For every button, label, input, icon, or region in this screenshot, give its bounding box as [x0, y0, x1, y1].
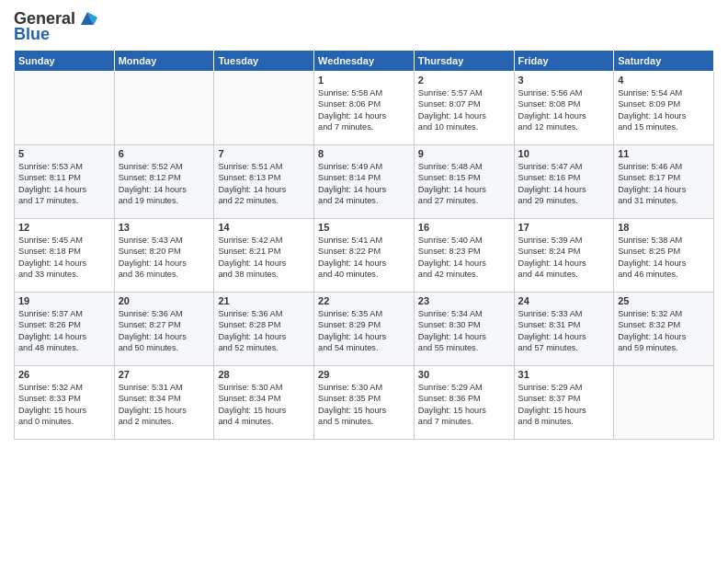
calendar-cell	[15, 72, 115, 145]
day-number: 3	[518, 75, 610, 86]
day-number: 31	[518, 369, 610, 380]
weekday-sunday: Sunday	[15, 51, 115, 72]
day-detail: Sunrise: 5:48 AM Sunset: 8:15 PM Dayligh…	[418, 161, 510, 207]
weekday-tuesday: Tuesday	[214, 51, 314, 72]
weekday-monday: Monday	[114, 51, 214, 72]
day-number: 10	[518, 148, 610, 159]
day-detail: Sunrise: 5:53 AM Sunset: 8:11 PM Dayligh…	[18, 161, 110, 207]
day-detail: Sunrise: 5:41 AM Sunset: 8:22 PM Dayligh…	[318, 235, 410, 281]
day-number: 28	[218, 369, 310, 380]
day-number: 24	[518, 295, 610, 306]
calendar-cell: 2Sunrise: 5:57 AM Sunset: 8:07 PM Daylig…	[414, 72, 514, 145]
calendar-cell: 27Sunrise: 5:31 AM Sunset: 8:34 PM Dayli…	[114, 366, 214, 440]
day-detail: Sunrise: 5:51 AM Sunset: 8:13 PM Dayligh…	[218, 161, 310, 207]
day-number: 5	[18, 148, 110, 159]
calendar-cell: 22Sunrise: 5:35 AM Sunset: 8:29 PM Dayli…	[314, 293, 415, 366]
day-detail: Sunrise: 5:39 AM Sunset: 8:24 PM Dayligh…	[518, 235, 610, 281]
calendar-table: SundayMondayTuesdayWednesdayThursdayFrid…	[14, 50, 714, 440]
day-detail: Sunrise: 5:36 AM Sunset: 8:28 PM Dayligh…	[218, 308, 310, 354]
calendar-week-1: 1Sunrise: 5:58 AM Sunset: 8:06 PM Daylig…	[15, 72, 714, 145]
day-number: 18	[618, 222, 710, 233]
calendar-cell: 7Sunrise: 5:51 AM Sunset: 8:13 PM Daylig…	[214, 145, 314, 219]
logo: General Blue	[14, 9, 97, 44]
day-detail: Sunrise: 5:33 AM Sunset: 8:31 PM Dayligh…	[518, 308, 610, 354]
calendar-cell	[614, 366, 714, 440]
logo-icon	[77, 8, 97, 29]
calendar-header: SundayMondayTuesdayWednesdayThursdayFrid…	[15, 51, 714, 72]
day-number: 15	[318, 222, 410, 233]
calendar-cell: 20Sunrise: 5:36 AM Sunset: 8:27 PM Dayli…	[114, 293, 214, 366]
calendar-cell: 19Sunrise: 5:37 AM Sunset: 8:26 PM Dayli…	[15, 293, 115, 366]
weekday-header-row: SundayMondayTuesdayWednesdayThursdayFrid…	[15, 51, 714, 72]
day-number: 20	[119, 295, 210, 306]
day-detail: Sunrise: 5:35 AM Sunset: 8:29 PM Dayligh…	[318, 308, 410, 354]
day-number: 7	[218, 148, 310, 159]
day-number: 11	[618, 148, 710, 159]
calendar-cell: 13Sunrise: 5:43 AM Sunset: 8:20 PM Dayli…	[114, 219, 214, 293]
day-detail: Sunrise: 5:38 AM Sunset: 8:25 PM Dayligh…	[618, 235, 710, 281]
calendar-cell	[214, 72, 314, 145]
day-detail: Sunrise: 5:52 AM Sunset: 8:12 PM Dayligh…	[119, 161, 210, 207]
day-number: 16	[418, 222, 510, 233]
day-number: 22	[318, 295, 410, 306]
calendar-cell: 29Sunrise: 5:30 AM Sunset: 8:35 PM Dayli…	[314, 366, 415, 440]
weekday-thursday: Thursday	[414, 51, 514, 72]
day-detail: Sunrise: 5:43 AM Sunset: 8:20 PM Dayligh…	[119, 235, 210, 281]
calendar-week-2: 5Sunrise: 5:53 AM Sunset: 8:11 PM Daylig…	[15, 145, 714, 219]
day-detail: Sunrise: 5:58 AM Sunset: 8:06 PM Dayligh…	[318, 87, 410, 133]
calendar-cell: 1Sunrise: 5:58 AM Sunset: 8:06 PM Daylig…	[314, 72, 415, 145]
calendar-cell: 4Sunrise: 5:54 AM Sunset: 8:09 PM Daylig…	[614, 72, 714, 145]
calendar-cell: 28Sunrise: 5:30 AM Sunset: 8:34 PM Dayli…	[214, 366, 314, 440]
day-number: 12	[18, 222, 110, 233]
calendar-cell: 8Sunrise: 5:49 AM Sunset: 8:14 PM Daylig…	[314, 145, 415, 219]
calendar-cell: 11Sunrise: 5:46 AM Sunset: 8:17 PM Dayli…	[614, 145, 714, 219]
calendar-cell: 9Sunrise: 5:48 AM Sunset: 8:15 PM Daylig…	[414, 145, 514, 219]
day-detail: Sunrise: 5:32 AM Sunset: 8:32 PM Dayligh…	[618, 308, 710, 354]
day-detail: Sunrise: 5:30 AM Sunset: 8:35 PM Dayligh…	[318, 382, 410, 428]
day-number: 26	[18, 369, 110, 380]
calendar-cell	[114, 72, 214, 145]
calendar-cell: 16Sunrise: 5:40 AM Sunset: 8:23 PM Dayli…	[414, 219, 514, 293]
day-detail: Sunrise: 5:40 AM Sunset: 8:23 PM Dayligh…	[418, 235, 510, 281]
day-detail: Sunrise: 5:36 AM Sunset: 8:27 PM Dayligh…	[119, 308, 210, 354]
day-detail: Sunrise: 5:32 AM Sunset: 8:33 PM Dayligh…	[18, 382, 110, 428]
day-detail: Sunrise: 5:45 AM Sunset: 8:18 PM Dayligh…	[18, 235, 110, 281]
day-detail: Sunrise: 5:42 AM Sunset: 8:21 PM Dayligh…	[218, 235, 310, 281]
day-number: 19	[18, 295, 110, 306]
calendar-cell: 12Sunrise: 5:45 AM Sunset: 8:18 PM Dayli…	[15, 219, 115, 293]
day-detail: Sunrise: 5:54 AM Sunset: 8:09 PM Dayligh…	[618, 87, 710, 133]
weekday-friday: Friday	[514, 51, 614, 72]
calendar-cell: 23Sunrise: 5:34 AM Sunset: 8:30 PM Dayli…	[414, 293, 514, 366]
calendar-body: 1Sunrise: 5:58 AM Sunset: 8:06 PM Daylig…	[15, 72, 714, 440]
day-number: 1	[318, 75, 410, 86]
day-number: 25	[618, 295, 710, 306]
day-number: 13	[119, 222, 210, 233]
day-number: 2	[418, 75, 510, 86]
calendar-cell: 17Sunrise: 5:39 AM Sunset: 8:24 PM Dayli…	[514, 219, 614, 293]
calendar-cell: 3Sunrise: 5:56 AM Sunset: 8:08 PM Daylig…	[514, 72, 614, 145]
day-detail: Sunrise: 5:37 AM Sunset: 8:26 PM Dayligh…	[18, 308, 110, 354]
day-number: 27	[119, 369, 210, 380]
day-detail: Sunrise: 5:34 AM Sunset: 8:30 PM Dayligh…	[418, 308, 510, 354]
calendar-cell: 25Sunrise: 5:32 AM Sunset: 8:32 PM Dayli…	[614, 293, 714, 366]
day-detail: Sunrise: 5:29 AM Sunset: 8:36 PM Dayligh…	[418, 382, 510, 428]
day-number: 30	[418, 369, 510, 380]
day-detail: Sunrise: 5:56 AM Sunset: 8:08 PM Dayligh…	[518, 87, 610, 133]
calendar-cell: 6Sunrise: 5:52 AM Sunset: 8:12 PM Daylig…	[114, 145, 214, 219]
day-number: 23	[418, 295, 510, 306]
calendar-week-5: 26Sunrise: 5:32 AM Sunset: 8:33 PM Dayli…	[15, 366, 714, 440]
day-detail: Sunrise: 5:57 AM Sunset: 8:07 PM Dayligh…	[418, 87, 510, 133]
weekday-saturday: Saturday	[614, 51, 714, 72]
day-detail: Sunrise: 5:46 AM Sunset: 8:17 PM Dayligh…	[618, 161, 710, 207]
day-detail: Sunrise: 5:29 AM Sunset: 8:37 PM Dayligh…	[518, 382, 610, 428]
day-detail: Sunrise: 5:47 AM Sunset: 8:16 PM Dayligh…	[518, 161, 610, 207]
day-number: 8	[318, 148, 410, 159]
day-detail: Sunrise: 5:31 AM Sunset: 8:34 PM Dayligh…	[119, 382, 210, 428]
calendar-cell: 18Sunrise: 5:38 AM Sunset: 8:25 PM Dayli…	[614, 219, 714, 293]
calendar-cell: 26Sunrise: 5:32 AM Sunset: 8:33 PM Dayli…	[15, 366, 115, 440]
calendar-cell: 24Sunrise: 5:33 AM Sunset: 8:31 PM Dayli…	[514, 293, 614, 366]
calendar-cell: 14Sunrise: 5:42 AM Sunset: 8:21 PM Dayli…	[214, 219, 314, 293]
calendar-cell: 5Sunrise: 5:53 AM Sunset: 8:11 PM Daylig…	[15, 145, 115, 219]
page-header: General Blue	[14, 9, 714, 44]
calendar-cell: 31Sunrise: 5:29 AM Sunset: 8:37 PM Dayli…	[514, 366, 614, 440]
